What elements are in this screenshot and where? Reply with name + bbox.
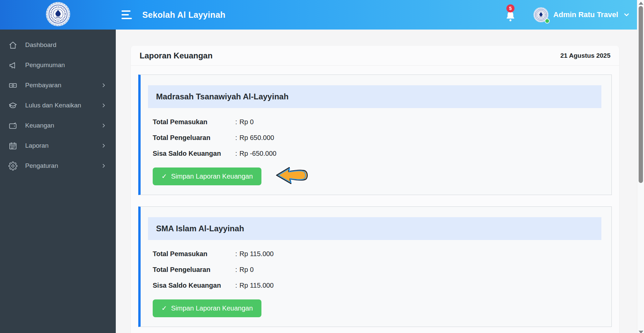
- graduation-cap-icon: [8, 101, 17, 110]
- row-label: Total Pemasukan: [153, 118, 235, 126]
- report-row: Total Pemasukan:Rp 0: [153, 118, 601, 126]
- row-label: Sisa Saldo Keuangan: [153, 150, 235, 157]
- reports-list: Madrasah Tsanawiyah Al-Layyinah Total Pe…: [131, 66, 619, 333]
- panel-header: Laporan Keuangan 21 Agustus 2025: [131, 46, 619, 66]
- report-row: Total Pengeluaran:Rp 0: [153, 266, 601, 274]
- row-value: Rp -650.000: [240, 150, 277, 157]
- app-title: Sekolah Al Layyinah: [142, 10, 226, 20]
- report-row: Sisa Saldo Keuangan:Rp 115.000: [153, 282, 601, 289]
- notification-count-badge: 5: [506, 4, 514, 12]
- row-value: Rp 650.000: [240, 134, 274, 142]
- sidebar-item-label: Keuangan: [25, 122, 100, 129]
- row-label: Total Pengeluaran: [153, 266, 235, 274]
- sidebar-item-label: Pembayaran: [25, 82, 100, 89]
- school-logo: [46, 2, 70, 28]
- main-content: Laporan Keuangan 21 Agustus 2025 Madrasa…: [116, 30, 637, 333]
- gear-icon: [8, 161, 17, 171]
- row-separator: :: [235, 118, 237, 126]
- row-label: Total Pemasukan: [153, 250, 235, 258]
- row-separator: :: [235, 250, 237, 258]
- avatar: [533, 7, 549, 22]
- sidebar-item-dashboard[interactable]: Dashboard: [0, 35, 116, 55]
- sidebar-item-keuangan[interactable]: Keuangan: [0, 115, 116, 136]
- laporan-keuangan-panel: Laporan Keuangan 21 Agustus 2025 Madrasa…: [131, 46, 619, 333]
- scroll-down-arrow-icon[interactable]: [639, 331, 643, 333]
- row-value: Rp 0: [240, 118, 254, 126]
- report-row: Total Pengeluaran:Rp 650.000: [153, 134, 601, 142]
- school-name: SMA Islam Al-Layyinah: [156, 224, 593, 233]
- chevron-right-icon: [100, 122, 107, 129]
- vertical-scrollbar: [637, 0, 644, 333]
- save-report-button[interactable]: ✓ Simpan Laporan Keuangan: [153, 168, 261, 185]
- sidebar-item-label: Dashboard: [25, 41, 107, 49]
- row-value: Rp 115.000: [240, 250, 274, 258]
- pointer-arrow-annotation: [275, 165, 310, 187]
- chevron-right-icon: [100, 142, 107, 149]
- sidebar-item-label: Lulus dan Kenaikan: [25, 102, 100, 109]
- row-separator: :: [235, 266, 237, 274]
- scroll-up-arrow-icon[interactable]: [639, 2, 643, 5]
- sidebar-item-laporan[interactable]: Laporan: [0, 136, 116, 156]
- save-report-button-label: Simpan Laporan Keuangan: [171, 173, 253, 180]
- save-report-button-label: Simpan Laporan Keuangan: [171, 304, 253, 312]
- top-bar: Sekolah Al Layyinah 5 Admin Ratu Travel: [0, 0, 637, 30]
- chevron-right-icon: [100, 102, 107, 109]
- chevron-down-icon: [623, 11, 630, 18]
- check-icon: ✓: [161, 304, 167, 312]
- online-status-dot: [545, 18, 550, 23]
- report-rows: Total Pemasukan:Rp 0Total Pengeluaran:Rp…: [153, 118, 601, 157]
- chevron-right-icon: [100, 82, 107, 89]
- school-name: Madrasah Tsanawiyah Al-Layyinah: [156, 92, 593, 101]
- sidebar-item-label: Laporan: [25, 142, 100, 149]
- school-banner: SMA Islam Al-Layyinah: [148, 217, 601, 240]
- scrollbar-thumb[interactable]: [639, 6, 643, 183]
- sidebar-brand: [0, 0, 116, 30]
- notifications-button[interactable]: 5: [504, 10, 516, 24]
- user-name: Admin Ratu Travel: [553, 10, 618, 19]
- row-label: Total Pengeluaran: [153, 134, 235, 142]
- sidebar-item-pembayaran[interactable]: Pembayaran: [0, 75, 116, 95]
- page-title: Laporan Keuangan: [140, 51, 212, 60]
- sidebar: Dashboard Pengumuman Pembayaran Lulus da…: [0, 30, 116, 333]
- report-rows: Total Pemasukan:Rp 115.000Total Pengelua…: [153, 250, 601, 289]
- row-value: Rp 0: [240, 266, 254, 274]
- calendar-icon: [8, 141, 17, 150]
- sidebar-item-lulus-dan-kenaikan[interactable]: Lulus dan Kenaikan: [0, 95, 116, 115]
- sidebar-menu: Dashboard Pengumuman Pembayaran Lulus da…: [0, 35, 116, 176]
- row-label: Sisa Saldo Keuangan: [153, 282, 235, 289]
- banknote-icon: [8, 81, 17, 90]
- megaphone-icon: [8, 61, 17, 70]
- sidebar-item-pengaturan[interactable]: Pengaturan: [0, 156, 116, 176]
- sidebar-item-label: Pengumuman: [25, 61, 107, 69]
- chevron-right-icon: [100, 162, 107, 169]
- school-banner: Madrasah Tsanawiyah Al-Layyinah: [148, 85, 601, 108]
- row-separator: :: [235, 134, 237, 142]
- user-menu[interactable]: Admin Ratu Travel: [533, 7, 630, 22]
- check-icon: ✓: [161, 172, 167, 180]
- home-icon: [8, 41, 17, 50]
- school-report-card: SMA Islam Al-Layyinah Total Pemasukan:Rp…: [138, 206, 612, 327]
- wallet-icon: [8, 121, 17, 130]
- row-separator: :: [235, 282, 237, 289]
- row-separator: :: [235, 150, 237, 157]
- school-report-card: Madrasah Tsanawiyah Al-Layyinah Total Pe…: [138, 75, 612, 195]
- sidebar-item-label: Pengaturan: [25, 162, 100, 170]
- sidebar-item-pengumuman[interactable]: Pengumuman: [0, 55, 116, 75]
- topbar-right: 5 Admin Ratu Travel: [504, 6, 637, 24]
- report-row: Sisa Saldo Keuangan:Rp -650.000: [153, 150, 601, 157]
- save-report-button[interactable]: ✓ Simpan Laporan Keuangan: [153, 299, 261, 317]
- report-date: 21 Agustus 2025: [560, 52, 610, 59]
- hamburger-menu-icon[interactable]: [121, 9, 134, 20]
- row-value: Rp 115.000: [240, 282, 274, 289]
- report-row: Total Pemasukan:Rp 115.000: [153, 250, 601, 258]
